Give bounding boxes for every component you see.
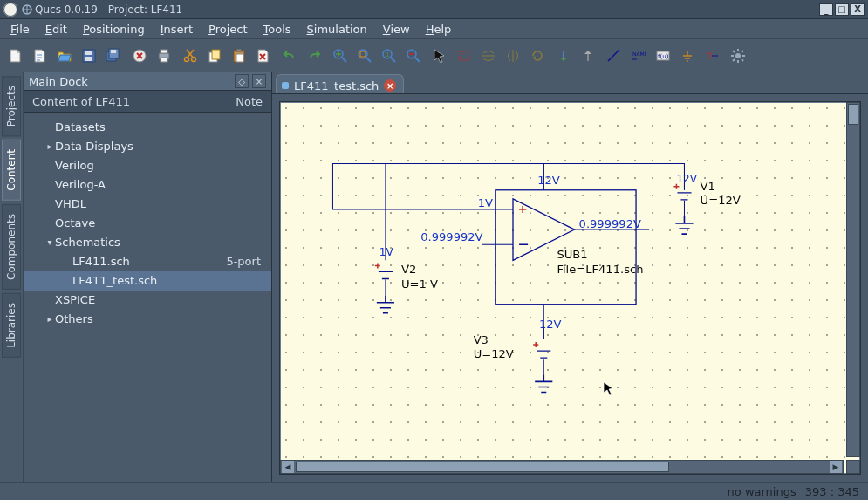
svg-text:U=1 V: U=1 V [401,277,438,291]
editor-area: LF411_test.sch × [272,72,868,482]
print-icon[interactable] [154,45,174,66]
cut-icon[interactable] [180,45,201,66]
dock-list-header: Content of LF411 Note [24,91,271,113]
svg-text:U=12V: U=12V [474,347,514,360]
tree-item[interactable]: XSPICE [24,291,271,310]
scroll-left-button[interactable]: ◀ [282,461,294,473]
svg-rect-6 [111,50,116,53]
tree-item[interactable]: Verilog-A [24,175,271,195]
tree-item-note: 5-port [212,254,266,270]
mirror-y-icon[interactable] [502,45,523,66]
tree-item[interactable]: LF411_test.sch [24,271,271,291]
ground-v2[interactable] [377,296,394,313]
sim-icon[interactable]: f(u) [653,45,673,66]
close-button[interactable]: X [851,3,865,16]
ground-v3[interactable] [535,374,552,392]
copy-icon[interactable] [204,45,225,66]
tree-item-label: LF411.sch [72,254,130,270]
tree-item[interactable]: ▸Others [24,310,271,329]
tree-item[interactable]: Verilog [24,156,271,175]
zoom-out-icon[interactable] [403,45,424,66]
mirror-x-icon[interactable] [478,45,499,66]
tree-item[interactable]: Octave [24,214,271,233]
dock-close-button[interactable]: × [252,74,266,88]
menu-edit[interactable]: Edit [40,21,72,38]
sidetab-projects[interactable]: Projects [2,76,21,136]
tree-item[interactable]: Datasets [24,118,271,137]
paste-icon[interactable] [229,45,249,66]
menu-positioning[interactable]: Positioning [78,21,150,38]
tree-item-label: Data Displays [55,139,133,154]
svg-text:12V: 12V [676,173,697,185]
sidetab-components[interactable]: Components [2,204,21,290]
tree-expander-icon[interactable]: ▾ [44,235,55,250]
svg-rect-20 [360,51,366,57]
tree-expander-icon[interactable]: ▸ [44,312,55,327]
close-doc-icon[interactable] [129,45,150,66]
open-icon[interactable] [54,45,75,66]
sidetab-libraries[interactable]: Libraries [2,293,21,358]
tree-item[interactable]: LF411.sch5-port [24,252,271,271]
tab-close-button[interactable]: × [384,79,396,92]
side-tabs: Projects Content Components Libraries [0,72,24,482]
new-doc-icon[interactable] [5,45,26,66]
insert-comp-icon[interactable] [454,45,475,66]
tree-item-label: Verilog [55,158,94,174]
tree-expander-icon[interactable]: ▸ [44,139,55,154]
move-down-icon[interactable] [553,45,574,66]
schematic-canvas[interactable]: 12V -12V 1V 0.999992V 0.999992V 12V 1V S… [280,102,860,474]
project-tree[interactable]: Datasets▸Data DisplaysVerilogVerilog-AVH… [24,113,271,482]
source-v3[interactable] [533,326,550,374]
wire-icon[interactable] [604,45,625,66]
maximize-button[interactable]: □ [835,3,849,16]
svg-text:0.999992V: 0.999992V [420,230,482,243]
menu-file[interactable]: File [5,21,35,38]
zoom-fit-icon[interactable] [354,45,375,66]
rotate-icon[interactable] [527,45,548,66]
zoom-in-icon[interactable] [330,45,351,66]
tree-item[interactable]: ▾Schematics [24,233,271,252]
menu-insert[interactable]: Insert [155,21,198,38]
menu-help[interactable]: Help [420,21,457,38]
new-text-icon[interactable] [30,45,51,66]
move-up-icon[interactable] [578,45,598,66]
tab-icon [282,82,289,89]
svg-rect-3 [85,57,92,61]
tree-item[interactable]: ▸Data Displays [24,137,271,156]
undo-icon[interactable] [279,45,300,66]
pointer-icon[interactable] [429,45,450,66]
dock-header-left: Content of LF411 [32,95,236,108]
menu-tools[interactable]: Tools [258,21,297,38]
label-icon[interactable]: NAME [628,45,649,66]
menu-view[interactable]: View [378,21,415,38]
menu-project[interactable]: Project [203,21,253,38]
delete-icon[interactable] [253,45,274,66]
menu-simulation[interactable]: Simulation [302,21,372,38]
svg-rect-2 [85,51,92,55]
sidetab-content[interactable]: Content [2,140,21,201]
svg-point-29 [735,53,741,58]
ground-v1[interactable] [675,216,693,234]
save-icon[interactable] [79,45,99,66]
tree-item[interactable]: VHDL [24,195,271,214]
svg-text:f(u): f(u) [658,53,669,60]
zoom-1-icon[interactable]: 1 [379,45,400,66]
minimize-button[interactable]: _ [819,3,833,16]
dock-float-button[interactable]: ◇ [235,74,249,88]
port-icon[interactable] [701,45,722,66]
ground-icon[interactable] [677,45,698,66]
dock-title[interactable]: Main Dock ◇ × [24,72,271,91]
scroll-right-button[interactable]: ▶ [830,461,842,473]
gear-icon[interactable] [728,45,748,66]
horizontal-scrollbar[interactable]: ◀ ▶ [280,460,844,474]
svg-rect-14 [212,50,220,59]
titlebar[interactable]: Qucs 0.0.19 - Project: LF411 _ □ X [0,0,868,19]
vertical-scrollbar[interactable] [846,102,860,457]
main-dock: Main Dock ◇ × Content of LF411 Note Data… [24,72,272,482]
tree-item-label: Others [55,312,93,327]
svg-point-28 [707,53,712,58]
tab-lf411-test[interactable]: LF411_test.sch × [276,74,404,93]
svg-text:File=LF411.sch: File=LF411.sch [557,263,643,276]
save-all-icon[interactable] [103,45,124,66]
redo-icon[interactable] [304,45,325,66]
